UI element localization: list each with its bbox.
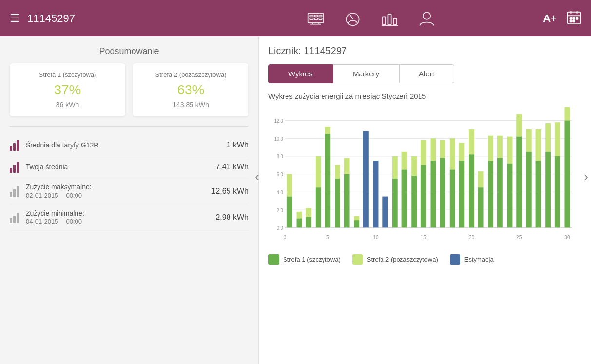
chart-prev-arrow[interactable]: ‹ [255, 169, 259, 184]
legend-label-estymacja: Estymacja [464, 256, 494, 263]
chart-next-arrow[interactable]: › [584, 169, 588, 184]
svg-rect-59 [392, 156, 398, 179]
at-button[interactable]: A+ [543, 12, 557, 25]
gauge-icon[interactable] [344, 10, 362, 27]
svg-rect-21 [570, 18, 572, 19]
svg-rect-81 [497, 136, 503, 158]
card2-label: Strefa 2 (pozaszczytowa) [141, 71, 241, 78]
calendar-icon[interactable] [567, 10, 581, 27]
svg-text:20: 20 [469, 235, 474, 241]
svg-rect-53 [344, 174, 350, 228]
legend-label-strefa1: Strefa 1 (szczytowa) [283, 256, 341, 263]
svg-rect-73 [459, 143, 464, 161]
stat3-value: 12,65 kWh [211, 187, 248, 196]
left-panel: Podsumowanie Strefa 1 (szczytowa) 37% 86… [0, 36, 258, 364]
bar-icon-your-avg [10, 161, 19, 173]
stat4-label-group: Zużycie minimalne: 04-01-2015 00:00 [26, 209, 215, 225]
svg-rect-13 [388, 14, 391, 25]
stat-row-your-avg: Twoja średnia 7,41 kWh [10, 156, 248, 178]
svg-rect-51 [335, 179, 340, 228]
chart-title: Wykres zużycia energii za miesiąc Stycze… [268, 92, 576, 100]
tab-markery[interactable]: Markery [333, 64, 399, 83]
svg-text:0: 0 [284, 235, 286, 241]
stat-row-avg-tariff: Średnia dla taryfy G12R 1 kWh [10, 134, 248, 156]
right-panel: Licznik: 11145297 Wykres Markery Alert W… [258, 36, 591, 364]
svg-text:5: 5 [326, 235, 329, 241]
barchart-icon[interactable] [381, 10, 399, 27]
stat-row-min: Zużycie minimalne: 04-01-2015 00:00 2,98… [10, 204, 248, 231]
bar-icon-avg-tariff [10, 139, 19, 151]
svg-rect-93 [555, 122, 560, 156]
svg-rect-41 [287, 197, 292, 228]
legend-box-estymacja [450, 254, 460, 265]
chart-svg: 0.02.04.06.08.010.012.0051015202530 [268, 106, 576, 247]
card-strefa2: Strefa 2 (pozaszczytowa) 63% 143,85 kWh [133, 63, 248, 116]
svg-text:30: 30 [564, 235, 570, 241]
svg-rect-91 [545, 123, 551, 152]
svg-rect-4 [310, 15, 313, 17]
svg-text:4.0: 4.0 [277, 189, 283, 195]
svg-text:12.0: 12.0 [274, 118, 283, 124]
svg-rect-79 [488, 136, 493, 161]
stat4-time: 00:00 [66, 218, 82, 225]
svg-rect-52 [344, 158, 350, 174]
svg-rect-95 [564, 107, 570, 121]
stat3-datetime: 02-01-2015 00:00 [26, 192, 211, 199]
svg-rect-22 [573, 18, 575, 19]
svg-text:8.0: 8.0 [277, 154, 283, 160]
svg-rect-82 [497, 158, 503, 228]
svg-rect-7 [310, 18, 313, 20]
svg-rect-78 [478, 187, 484, 228]
svg-rect-42 [297, 212, 302, 219]
cards-row: Strefa 1 (szczytowa) 37% 86 kWh Strefa 2… [10, 63, 248, 116]
tab-alert[interactable]: Alert [399, 64, 454, 83]
user-icon[interactable] [418, 10, 436, 27]
legend: Strefa 1 (szczytowa) Strefa 2 (pozaszczy… [268, 254, 576, 265]
svg-point-10 [346, 13, 359, 25]
card2-kwh: 143,85 kWh [141, 101, 241, 109]
svg-rect-55 [354, 220, 359, 228]
stat1-label: Średnia dla taryfy G12R [26, 141, 227, 149]
svg-rect-70 [440, 158, 445, 228]
card-strefa1: Strefa 1 (szczytowa) 37% 86 kWh [10, 63, 125, 116]
svg-rect-87 [526, 129, 532, 152]
legend-box-strefa1 [268, 254, 279, 265]
svg-rect-8 [314, 18, 317, 20]
stat3-label: Zużycie maksymalne: [26, 183, 211, 191]
legend-strefa2: Strefa 2 (pozaszczytowa) [352, 254, 438, 265]
display-icon[interactable] [307, 10, 324, 27]
svg-rect-6 [319, 15, 322, 17]
svg-rect-46 [316, 156, 321, 187]
svg-rect-72 [450, 170, 455, 228]
svg-rect-84 [507, 164, 513, 228]
svg-rect-63 [411, 156, 417, 176]
svg-rect-96 [564, 121, 570, 228]
svg-rect-24 [570, 20, 572, 22]
licznik-label: Licznik: 11145297 [268, 45, 576, 56]
svg-text:10.0: 10.0 [274, 136, 283, 142]
svg-rect-64 [411, 176, 417, 227]
card1-kwh: 86 kWh [18, 101, 117, 109]
svg-rect-94 [555, 156, 560, 228]
stat2-value: 7,41 kWh [215, 163, 248, 171]
svg-rect-80 [488, 161, 493, 228]
svg-rect-57 [373, 161, 379, 228]
svg-text:15: 15 [421, 235, 426, 241]
svg-rect-67 [431, 138, 436, 161]
legend-box-strefa2 [352, 254, 363, 265]
svg-rect-88 [526, 152, 532, 228]
card1-percent: 37% [18, 82, 117, 98]
legend-strefa1: Strefa 1 (szczytowa) [268, 254, 341, 265]
header-title: 11145297 [27, 12, 199, 25]
svg-rect-89 [536, 129, 541, 161]
svg-rect-76 [469, 154, 474, 228]
svg-line-11 [350, 15, 352, 19]
tab-wykres[interactable]: Wykres [268, 64, 333, 83]
stat1-value: 1 kWh [227, 141, 248, 149]
svg-rect-5 [314, 15, 317, 17]
svg-rect-48 [325, 127, 330, 134]
svg-text:6.0: 6.0 [277, 171, 283, 177]
chart-container: ‹ › 0.02.04.06.08.010.012.0051015202530 [268, 106, 576, 247]
menu-icon[interactable]: ☰ [10, 12, 19, 25]
svg-rect-77 [478, 171, 484, 187]
